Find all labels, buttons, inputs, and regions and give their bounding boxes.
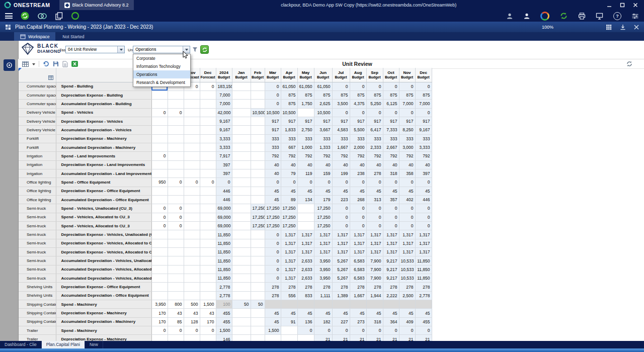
value-cell[interactable] — [200, 283, 216, 291]
value-cell[interactable]: 358 — [399, 169, 415, 178]
value-cell[interactable]: 17,250 — [265, 222, 281, 230]
value-cell[interactable]: 357 — [383, 195, 399, 204]
value-cell[interactable]: 128 — [184, 317, 200, 326]
value-cell[interactable] — [184, 248, 200, 256]
value-cell[interactable] — [251, 160, 265, 169]
value-cell[interactable]: 875 — [297, 91, 314, 99]
value-cell[interactable] — [297, 213, 314, 221]
value-cell[interactable]: 9,217 — [383, 265, 399, 274]
export-download-icon[interactable] — [620, 24, 626, 30]
value-cell[interactable] — [232, 100, 251, 108]
value-cell[interactable]: 40 — [383, 160, 399, 169]
value-cell[interactable]: 0 — [399, 82, 415, 91]
value-cell[interactable]: 45 — [265, 317, 281, 326]
refresh-circle-icon[interactable] — [21, 12, 29, 20]
green-ring-icon[interactable] — [71, 12, 79, 20]
value-cell[interactable]: 792 — [383, 152, 399, 160]
value-cell[interactable]: 268 — [350, 195, 366, 204]
value-cell[interactable] — [251, 134, 265, 143]
value-cell[interactable] — [232, 108, 251, 117]
value-cell[interactable] — [200, 213, 216, 221]
value-cell[interactable] — [232, 152, 251, 160]
value-cell[interactable] — [251, 82, 265, 91]
value-cell[interactable] — [251, 291, 265, 300]
value-cell[interactable] — [297, 335, 314, 341]
value-cell[interactable]: 792 — [265, 152, 281, 160]
grid-options-icon[interactable] — [22, 61, 29, 67]
value-cell[interactable]: 40 — [366, 160, 383, 169]
value-cell[interactable]: 792 — [399, 152, 415, 160]
value-cell[interactable]: 89 — [281, 195, 297, 204]
value-cell[interactable]: 1,317 — [383, 248, 399, 256]
value-cell[interactable]: 0 — [168, 326, 184, 335]
value-cell[interactable]: 800 — [168, 300, 184, 309]
value-cell[interactable]: 2,778 — [216, 291, 232, 300]
value-cell[interactable]: 0 — [350, 108, 366, 117]
value-cell[interactable] — [232, 222, 251, 230]
value-cell[interactable] — [184, 283, 200, 291]
value-cell[interactable] — [184, 335, 200, 341]
value-cell[interactable]: 917 — [332, 117, 350, 125]
value-cell[interactable]: 500 — [184, 300, 200, 309]
value-cell[interactable]: 1,317 — [350, 230, 366, 239]
value-cell[interactable]: 17,250 — [281, 204, 297, 213]
value-cell[interactable]: 0 — [399, 108, 415, 117]
value-cell[interactable] — [151, 239, 168, 247]
value-cell[interactable]: 10,500 — [281, 108, 297, 117]
value-cell[interactable]: 0 — [168, 108, 184, 117]
bottom-tab[interactable]: Plan.Capital Plani — [42, 341, 85, 348]
user-profile-icon[interactable] — [523, 13, 530, 20]
value-cell[interactable] — [232, 143, 251, 151]
value-cell[interactable]: 1,944 — [366, 291, 383, 300]
value-cell[interactable]: 1,317 — [366, 230, 383, 239]
value-cell[interactable] — [232, 195, 251, 204]
value-cell[interactable]: 0 — [184, 178, 200, 187]
value-cell[interactable]: 17,250 — [314, 213, 332, 221]
value-cell[interactable]: 7,900 — [366, 265, 383, 274]
value-cell[interactable]: 1,317 — [350, 248, 366, 256]
bottom-tab[interactable]: New — [85, 341, 103, 348]
value-cell[interactable]: 45 — [332, 309, 350, 317]
value-cell[interactable]: 50 — [251, 300, 265, 309]
value-cell[interactable]: 45 — [265, 195, 281, 204]
value-cell[interactable]: 0 — [184, 326, 200, 335]
value-cell[interactable]: 7,000 — [415, 100, 432, 108]
value-cell[interactable]: 3,500 — [332, 100, 350, 108]
value-cell[interactable]: 0 — [168, 204, 184, 213]
value-cell[interactable]: 0 — [265, 230, 281, 239]
value-cell[interactable]: 0 — [350, 213, 366, 221]
value-cell[interactable]: 17,250 — [314, 204, 332, 213]
value-cell[interactable]: 0 — [151, 222, 168, 230]
value-cell[interactable]: 5,267 — [332, 274, 350, 283]
value-cell[interactable]: 0 — [265, 256, 281, 265]
value-cell[interactable]: 333 — [383, 134, 399, 143]
chevron-down-icon[interactable] — [117, 46, 124, 53]
value-cell[interactable]: 1,317 — [281, 239, 297, 247]
value-cell[interactable]: 40 — [332, 160, 350, 169]
unit-option[interactable]: Operations — [133, 70, 190, 78]
value-cell[interactable]: 333 — [366, 134, 383, 143]
settings-sliders-icon[interactable] — [631, 13, 639, 20]
value-cell[interactable] — [200, 126, 216, 134]
value-cell[interactable] — [251, 187, 265, 195]
value-cell[interactable]: 1,833 — [281, 126, 297, 134]
maximize-button[interactable] — [617, 1, 628, 9]
value-cell[interactable]: 455 — [415, 317, 432, 326]
value-cell[interactable]: 2,750 — [297, 126, 314, 134]
value-cell[interactable] — [415, 300, 432, 309]
value-cell[interactable] — [251, 239, 265, 247]
value-cell[interactable]: 0 — [265, 178, 281, 187]
value-cell[interactable]: 0 — [151, 213, 168, 221]
value-cell[interactable] — [151, 256, 168, 265]
value-cell[interactable]: 45 — [350, 309, 366, 317]
value-cell[interactable] — [184, 108, 200, 117]
value-cell[interactable] — [251, 169, 265, 178]
value-cell[interactable] — [200, 291, 216, 300]
value-cell[interactable]: 917 — [314, 117, 332, 125]
value-cell[interactable]: 1,317 — [281, 230, 297, 239]
value-cell[interactable]: 917 — [383, 117, 399, 125]
value-cell[interactable]: 40 — [350, 160, 366, 169]
value-cell[interactable]: 0 — [297, 326, 314, 335]
value-cell[interactable]: 875 — [415, 91, 432, 99]
value-cell[interactable] — [184, 274, 200, 283]
